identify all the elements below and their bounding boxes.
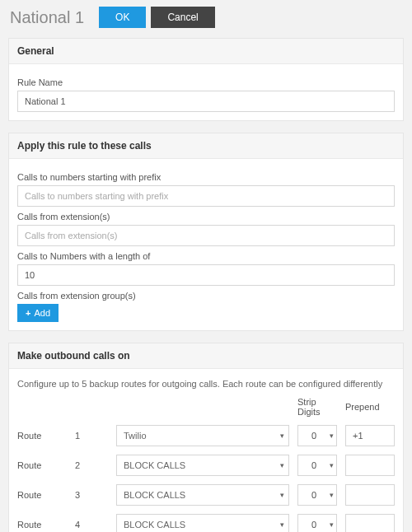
route-label: Route bbox=[17, 431, 67, 441]
route-select-1[interactable]: Twilio bbox=[116, 425, 289, 446]
strip-input-3[interactable] bbox=[297, 484, 337, 506]
general-panel: General Rule Name bbox=[8, 38, 404, 121]
ext-group-label: Calls from extension group(s) bbox=[17, 291, 395, 301]
route-index: 2 bbox=[75, 460, 108, 470]
add-ext-group-button[interactable]: + Add bbox=[17, 304, 59, 322]
page-title: National 1 bbox=[10, 8, 84, 27]
outbound-panel: Make outbound calls on Configure up to 5… bbox=[8, 343, 404, 532]
route-index: 4 bbox=[75, 520, 108, 530]
top-bar: National 1 OK Cancel bbox=[0, 0, 412, 38]
add-button-label: Add bbox=[34, 308, 50, 318]
ok-button[interactable]: OK bbox=[99, 7, 146, 28]
cancel-button[interactable]: Cancel bbox=[151, 7, 214, 28]
length-input[interactable] bbox=[17, 264, 395, 286]
route-select-2[interactable]: BLOCK CALLS bbox=[116, 455, 289, 476]
route-select-4[interactable]: BLOCK CALLS bbox=[116, 514, 289, 532]
route-index: 1 bbox=[75, 431, 108, 441]
plus-icon: + bbox=[26, 308, 30, 318]
route-select-3[interactable]: BLOCK CALLS bbox=[116, 484, 289, 506]
prepend-input-4[interactable] bbox=[345, 514, 395, 532]
prepend-input-3[interactable] bbox=[345, 484, 395, 506]
general-panel-header: General bbox=[9, 39, 403, 64]
rule-name-input[interactable] bbox=[17, 91, 395, 112]
route-label: Route bbox=[17, 460, 67, 470]
strip-input-1[interactable] bbox=[297, 425, 337, 446]
route-index: 3 bbox=[75, 490, 108, 500]
rule-name-label: Rule Name bbox=[17, 77, 395, 87]
apply-panel-header: Apply this rule to these calls bbox=[9, 133, 403, 159]
strip-header: Strip Digits bbox=[297, 397, 337, 417]
prefix-label: Calls to numbers starting with prefix bbox=[17, 172, 395, 182]
strip-input-4[interactable] bbox=[297, 514, 337, 532]
length-label: Calls to Numbers with a length of bbox=[17, 251, 395, 261]
apply-panel: Apply this rule to these calls Calls to … bbox=[8, 133, 404, 331]
prepend-input-1[interactable] bbox=[345, 425, 395, 446]
route-label: Route bbox=[17, 520, 67, 530]
prepend-input-2[interactable] bbox=[345, 455, 395, 476]
strip-input-2[interactable] bbox=[297, 455, 337, 476]
route-label: Route bbox=[17, 490, 67, 500]
outbound-panel-header: Make outbound calls on bbox=[9, 343, 403, 369]
outbound-desc: Configure up to 5 backup routes for outg… bbox=[17, 379, 395, 389]
prefix-input[interactable] bbox=[17, 185, 395, 207]
from-ext-input[interactable] bbox=[17, 225, 395, 246]
from-ext-label: Calls from extension(s) bbox=[17, 212, 395, 222]
prepend-header: Prepend bbox=[345, 402, 395, 412]
routes-grid: Strip Digits Prepend Route 1 Twilio Rout… bbox=[17, 397, 395, 532]
